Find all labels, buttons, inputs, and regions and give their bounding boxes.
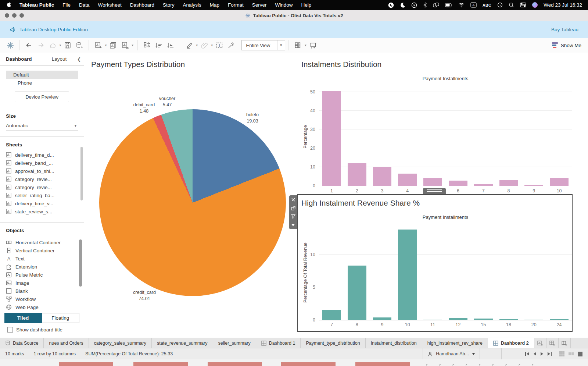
first-sheet-icon[interactable] [525, 352, 530, 356]
bar-mark-2[interactable] [348, 163, 366, 186]
bar-mark-4[interactable] [398, 174, 417, 186]
window-close-button[interactable] [5, 13, 9, 18]
menu-item-worksheet[interactable]: Worksheet [98, 2, 122, 8]
new-worksheet-button[interactable] [534, 338, 546, 348]
show-mark-labels-button[interactable]: T [214, 40, 225, 51]
chevron-down-icon[interactable]: ▼ [196, 44, 198, 47]
menu-item-dashboard[interactable]: Dashboard [130, 2, 154, 8]
new-story-button[interactable] [559, 338, 571, 348]
tableau-home-button[interactable] [5, 40, 16, 51]
collapse-pane-button[interactable]: ❮ [74, 53, 84, 65]
bar-mark-7[interactable] [474, 184, 493, 186]
sheet-tab-category-sales-summary[interactable]: category_sales_summary [89, 338, 152, 348]
device-preview-button[interactable]: Device Preview [15, 92, 69, 102]
spotlight-icon[interactable] [509, 2, 514, 8]
account-menu[interactable]: Hamdhaan Ab... [423, 348, 480, 359]
wifi-icon[interactable] [458, 2, 465, 8]
sheet-item[interactable]: delivery_time_v... [0, 199, 84, 207]
sort-descending-button[interactable] [165, 40, 176, 51]
swap-axes-button[interactable] [141, 40, 153, 51]
fix-axes-button[interactable] [226, 40, 237, 51]
play-circle-icon[interactable] [411, 2, 417, 8]
object-item-horizontal-container[interactable]: Horizontal Container [0, 238, 84, 246]
object-item-web-page[interactable]: Web Page [0, 303, 84, 310]
sheet-item[interactable]: delivery_time_d... [0, 151, 84, 159]
device-default-item[interactable]: Default [6, 71, 78, 79]
tab-dashboard[interactable]: Dashboard [0, 53, 44, 65]
buy-tableau-link[interactable]: Buy Tableau [551, 27, 578, 32]
chevron-down-icon[interactable]: ▼ [304, 44, 307, 47]
highlight-button[interactable] [184, 40, 195, 51]
show-sheet-icon[interactable] [577, 351, 583, 357]
bar-mark-8[interactable] [499, 180, 518, 186]
menu-item-window[interactable]: Window [275, 2, 293, 8]
siri-icon[interactable] [532, 2, 538, 8]
menu-item-server[interactable]: Server [252, 2, 267, 8]
window-minimize-button[interactable] [12, 13, 17, 18]
more-options-icon[interactable] [289, 221, 297, 229]
sheet-tab-high-instalment-rev-share[interactable]: high_instalment_rev_share [422, 338, 488, 348]
menu-item-analysis[interactable]: Analysis [183, 2, 201, 8]
alarm-icon[interactable] [497, 2, 503, 8]
sheet-item[interactable]: approval_to_shi... [0, 167, 84, 175]
selected-zone-border[interactable] [297, 194, 573, 332]
attach-button[interactable] [199, 40, 210, 51]
control-center-icon[interactable] [520, 2, 526, 8]
sheet-item[interactable]: category_revie... [0, 175, 84, 183]
object-item-blank[interactable]: Blank [0, 287, 84, 295]
clear-sheet-button[interactable] [119, 40, 130, 51]
bar-mark-9[interactable] [524, 185, 543, 186]
sheet-tab-nues-and-orders[interactable]: nues and Orders [44, 338, 89, 348]
floating-button[interactable]: Floating [42, 313, 80, 323]
zone-move-handle[interactable] [423, 188, 446, 194]
menu-item-story[interactable]: Story [163, 2, 175, 8]
bar-mark-10[interactable] [550, 178, 569, 186]
show-me-button[interactable]: Show Me [552, 42, 584, 48]
bar-mark-3[interactable] [373, 167, 392, 186]
input-source-icon[interactable]: A [470, 2, 477, 8]
pie-chart[interactable] [99, 109, 286, 296]
new-data-source-button[interactable] [74, 40, 85, 51]
object-item-pulse-metric[interactable]: Pulse Metric [0, 271, 84, 279]
chevron-down-icon[interactable]: ▼ [104, 44, 107, 47]
next-sheet-icon[interactable] [540, 352, 544, 356]
sheet-tab-instalment-distribution[interactable]: Instalment_distribution [366, 338, 422, 348]
chevron-down-icon[interactable]: ▼ [211, 44, 214, 47]
battery-icon[interactable] [445, 2, 452, 8]
menu-item-help[interactable]: Help [301, 2, 312, 8]
object-item-workflow[interactable]: Workflow [0, 295, 84, 303]
sheet-tab-dashboard-1[interactable]: Dashboard 1 [256, 338, 301, 348]
sheet-tab-seller-summary[interactable]: seller_summary [213, 338, 256, 348]
bar-mark-5[interactable] [423, 178, 442, 186]
object-item-vertical-container[interactable]: Vertical Container [0, 246, 84, 255]
device-phone-item[interactable]: Phone [0, 79, 84, 87]
tab-layout[interactable]: Layout [44, 53, 74, 65]
previous-sheet-icon[interactable] [533, 352, 537, 356]
presentation-mode-button[interactable] [308, 40, 319, 51]
go-to-sheet-icon[interactable] [289, 204, 297, 212]
chevron-down-icon[interactable]: ▼ [59, 44, 62, 47]
sheet-item[interactable]: category_revie... [0, 183, 84, 191]
apple-menu-icon[interactable] [6, 2, 11, 8]
menu-clock[interactable]: Wed 23 Jul 16:32 [544, 2, 582, 8]
filmstrip-icon[interactable] [568, 351, 574, 357]
bar-mark-6[interactable] [449, 181, 467, 186]
objects-scrollbar[interactable] [79, 239, 82, 287]
stage-manager-icon[interactable] [433, 2, 439, 8]
close-icon[interactable] [289, 196, 297, 204]
do-not-disturb-icon[interactable] [400, 2, 405, 8]
sheet-item[interactable]: delivery_band_... [0, 159, 84, 167]
size-dropdown[interactable]: Automatic▼ [6, 123, 78, 131]
menu-item-format[interactable]: Format [228, 2, 244, 8]
new-dashboard-button[interactable] [546, 338, 559, 348]
app-menu[interactable]: Tableau Public [19, 2, 54, 8]
abc-icon[interactable]: ABC [483, 2, 491, 8]
menu-item-file[interactable]: File [62, 2, 71, 8]
sheet-item[interactable]: seller_rating_ba... [0, 191, 84, 199]
last-sheet-icon[interactable] [547, 352, 552, 356]
sheet-tab-payment-type-distribution[interactable]: Payment_type_distribution [301, 338, 365, 348]
show-hide-cards-button[interactable] [293, 40, 304, 51]
sheet-tab-state-revenue-summary[interactable]: state_revenue_summary [152, 338, 213, 348]
sheets-scrollbar[interactable] [80, 147, 83, 200]
sheet-item[interactable]: state_review_s... [0, 207, 84, 216]
